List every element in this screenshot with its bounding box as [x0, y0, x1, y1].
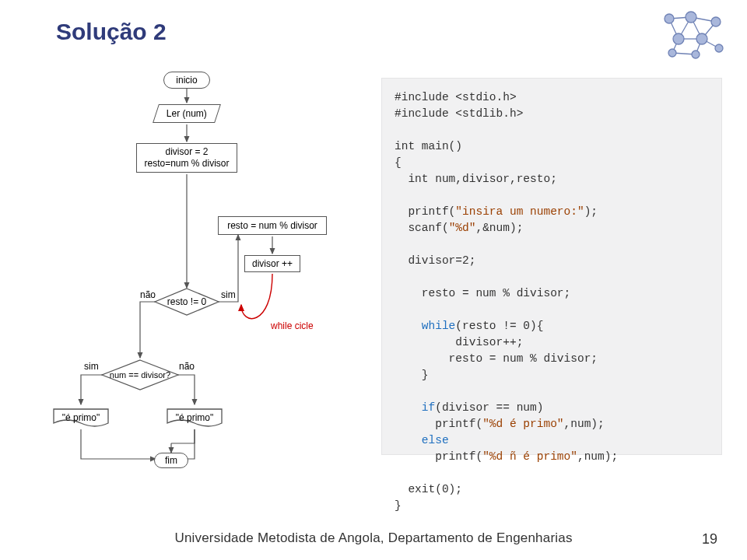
- flowchart: inicio Ler (num) divisor = 2 resto=num %…: [47, 70, 366, 482]
- flow-cond-num: num == divisor?: [101, 359, 179, 390]
- flow-resto-block: resto = num % divisor: [218, 216, 327, 235]
- svg-point-11: [665, 14, 674, 23]
- label-nao1: não: [140, 289, 156, 300]
- svg-point-14: [673, 33, 684, 44]
- footer-text: Universidade Metodista de Angola, Depart…: [0, 530, 747, 546]
- flow-input: Ler (num): [153, 104, 221, 123]
- svg-point-16: [668, 49, 676, 57]
- svg-point-12: [686, 12, 696, 23]
- code-block: #include <stdio.h> #include <stdlib.h> i…: [381, 78, 722, 455]
- label-while: while cicle: [271, 320, 314, 331]
- page-title: Solução 2: [56, 19, 167, 45]
- svg-point-17: [692, 51, 700, 58]
- label-nao2: não: [179, 361, 195, 372]
- flow-end: fim: [154, 453, 188, 468]
- network-logo-icon: [657, 9, 728, 61]
- page-number: 19: [702, 531, 717, 548]
- svg-point-18: [715, 44, 723, 52]
- svg-point-15: [696, 33, 707, 44]
- flow-cond-resto: resto != 0: [154, 288, 219, 316]
- label-sim1: sim: [221, 289, 236, 300]
- flow-output-primo1: "é primo": [53, 406, 109, 429]
- label-sim2: sim: [84, 361, 99, 372]
- flow-divpp: divisor ++: [244, 255, 300, 272]
- svg-point-13: [711, 17, 721, 26]
- flow-output-primo2: "é primo": [167, 406, 223, 429]
- flow-start: inicio: [163, 72, 210, 89]
- flow-init-block: divisor = 2 resto=num % divisor: [136, 143, 237, 173]
